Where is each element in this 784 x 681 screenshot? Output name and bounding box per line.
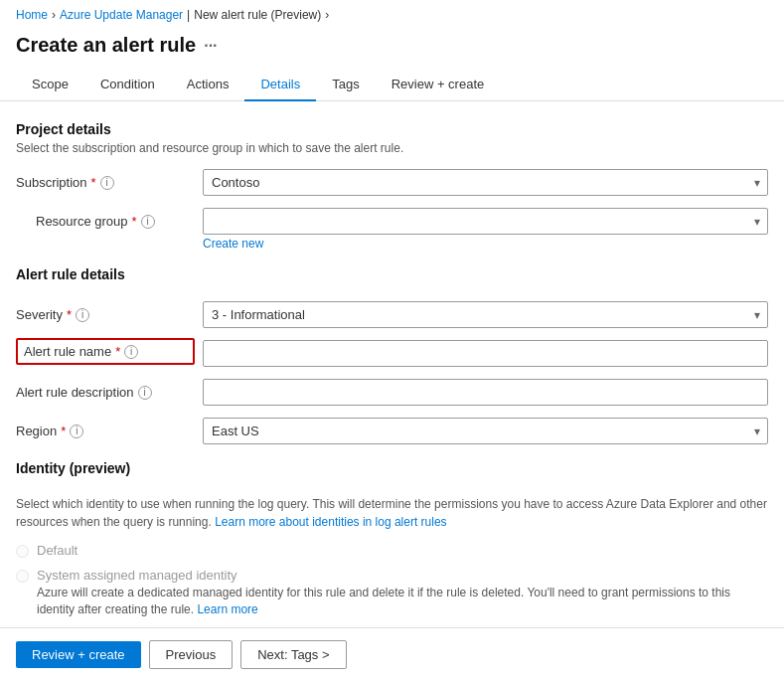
alert-rule-details-title: Alert rule details (16, 266, 768, 282)
main-content: Project details Select the subscription … (0, 101, 784, 681)
resource-group-select[interactable] (203, 208, 768, 235)
severity-select-wrapper: 3 - Informational 0 - Critical 1 - Error… (203, 301, 768, 328)
breadcrumb-current: New alert rule (Preview) (194, 8, 321, 22)
resource-group-row: Resource group * i Create new (16, 208, 768, 251)
identity-system-assigned-option: System assigned managed identity Azure w… (16, 568, 768, 618)
system-assigned-learn-more-link[interactable]: Learn more (197, 602, 257, 616)
alert-rule-name-required: * (115, 344, 120, 359)
tab-bar: Scope Condition Actions Details Tags Rev… (0, 69, 784, 101)
identity-desc: Select which identity to use when runnin… (16, 495, 768, 531)
resource-group-label: Resource group * i (16, 208, 195, 229)
region-info-icon[interactable]: i (70, 425, 83, 438)
region-select[interactable]: East US West US West Europe Southeast As… (203, 418, 768, 444)
identity-default-label: Default (37, 543, 78, 558)
more-options-button[interactable]: ··· (204, 37, 217, 55)
create-new-link[interactable]: Create new (203, 237, 768, 251)
learn-more-identities-link[interactable]: Learn more about identities in log alert… (215, 515, 446, 529)
alert-rule-description-input[interactable] (203, 379, 768, 406)
identity-default-radio[interactable] (16, 545, 29, 558)
alert-rule-description-row: Alert rule description i (16, 379, 768, 406)
subscription-required: * (91, 175, 96, 190)
page-title: Create an alert rule (16, 34, 196, 57)
subscription-select[interactable]: Contoso (203, 169, 768, 196)
region-select-wrapper: East US West US West Europe Southeast As… (203, 418, 768, 444)
tab-review-create[interactable]: Review + create (376, 69, 501, 101)
identity-system-assigned-label: System assigned managed identity (37, 568, 768, 583)
severity-control: 3 - Informational 0 - Critical 1 - Error… (203, 301, 768, 328)
severity-info-icon[interactable]: i (76, 308, 89, 322)
tab-tags[interactable]: Tags (316, 69, 375, 101)
subscription-label: Subscription * i (16, 169, 195, 190)
subscription-select-wrapper: Contoso (203, 169, 768, 196)
review-create-button[interactable]: Review + create (16, 641, 141, 668)
region-label: Region * i (16, 418, 195, 438)
identity-system-assigned-radio[interactable] (16, 570, 29, 583)
resource-group-control: Create new (203, 208, 768, 251)
footer: Review + create Previous Next: Tags > (0, 627, 784, 681)
alert-rule-description-label: Alert rule description i (16, 379, 195, 400)
alert-rule-name-row: Alert rule name * i (16, 340, 768, 367)
identity-default-option: Default (16, 543, 768, 558)
breadcrumb-manager[interactable]: Azure Update Manager (60, 8, 183, 22)
breadcrumb-home[interactable]: Home (16, 8, 48, 22)
next-button[interactable]: Next: Tags > (240, 640, 346, 669)
project-details-title: Project details (16, 121, 768, 137)
region-control: East US West US West Europe Southeast As… (203, 418, 768, 444)
subscription-info-icon[interactable]: i (100, 176, 114, 190)
page-title-container: Create an alert rule ··· (0, 30, 784, 69)
alert-rule-name-info-icon[interactable]: i (124, 345, 138, 359)
resource-group-required: * (132, 214, 137, 229)
tab-details[interactable]: Details (244, 69, 316, 101)
subscription-row: Subscription * i Contoso (16, 169, 768, 196)
severity-row: Severity * i 3 - Informational 0 - Criti… (16, 301, 768, 328)
severity-select[interactable]: 3 - Informational 0 - Critical 1 - Error… (203, 301, 768, 328)
region-row: Region * i East US West US West Europe S… (16, 418, 768, 444)
subscription-control: Contoso (203, 169, 768, 196)
tab-scope[interactable]: Scope (16, 69, 84, 101)
tab-actions[interactable]: Actions (171, 69, 245, 101)
severity-required: * (67, 307, 72, 322)
alert-rule-name-control (203, 340, 768, 367)
project-details-desc: Select the subscription and resource gro… (16, 141, 768, 155)
severity-label: Severity * i (16, 301, 195, 322)
region-required: * (61, 424, 66, 438)
alert-rule-description-info-icon[interactable]: i (138, 386, 152, 400)
breadcrumb: Home › Azure Update Manager | New alert … (0, 0, 784, 30)
alert-rule-name-input[interactable] (203, 340, 768, 367)
resource-group-info-icon[interactable]: i (141, 215, 155, 229)
resource-group-select-wrapper (203, 208, 768, 235)
tab-condition[interactable]: Condition (84, 69, 171, 101)
previous-button[interactable]: Previous (149, 640, 234, 669)
alert-rule-description-control (203, 379, 768, 406)
identity-system-assigned-desc: Azure will create a dedicated managed id… (37, 585, 768, 618)
alert-rule-name-label: Alert rule name * i (16, 338, 195, 365)
identity-title: Identity (preview) (16, 460, 768, 476)
